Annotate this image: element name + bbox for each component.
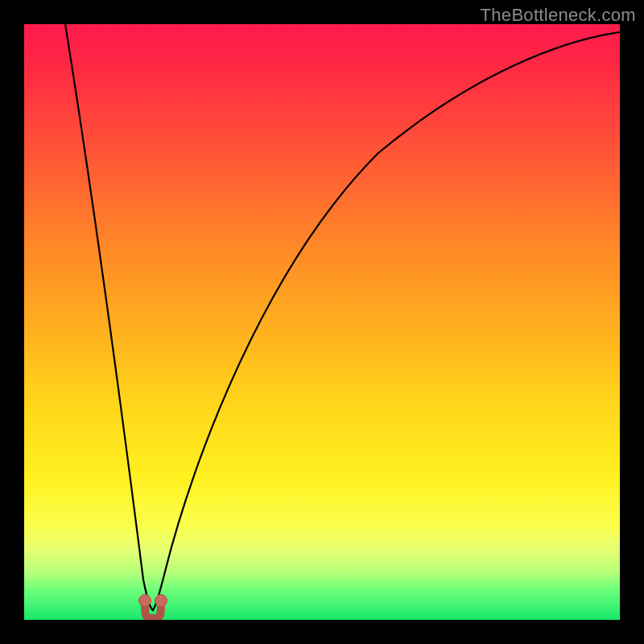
attribution-label: TheBottleneck.com	[481, 5, 636, 26]
marker-point-b	[155, 595, 167, 607]
marker-point-a	[139, 595, 151, 607]
bottleneck-curve-svg	[24, 24, 620, 620]
bottleneck-curve-path	[65, 24, 620, 610]
